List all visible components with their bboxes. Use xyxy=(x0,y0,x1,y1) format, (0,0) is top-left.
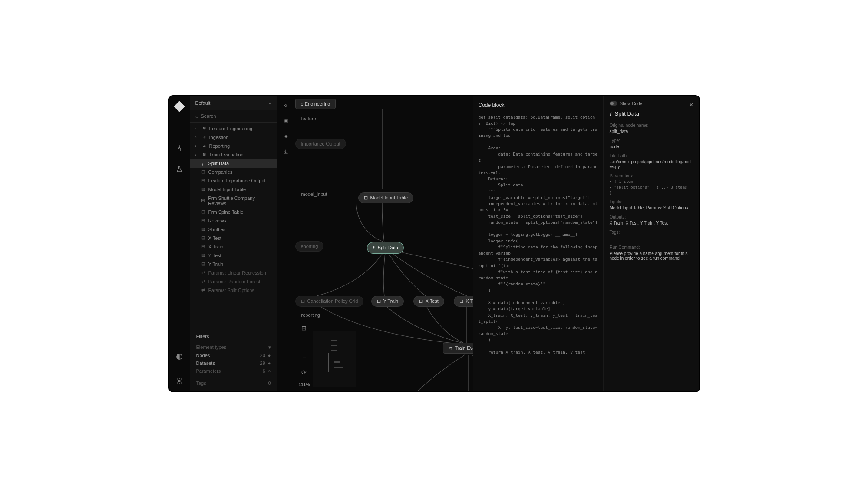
node-x-train[interactable]: ⊟X Trai xyxy=(454,296,473,307)
filter-row[interactable]: Datasets29● xyxy=(196,359,271,367)
database-icon: ⊟ xyxy=(377,298,381,304)
search-input[interactable] xyxy=(201,113,272,119)
close-icon[interactable]: ✕ xyxy=(689,101,694,108)
collapse-sidebar-icon[interactable]: « xyxy=(282,101,290,109)
node-importance[interactable]: Importance Output xyxy=(295,139,346,149)
node-y-train[interactable]: ⊟Y Train xyxy=(371,296,404,307)
code-panel-title: Code block xyxy=(479,102,598,108)
logo-icon[interactable] xyxy=(175,102,184,111)
filter-row[interactable]: Parameters6○ xyxy=(196,367,271,375)
flowchart-canvas[interactable]: e Engineering feature Importance Output … xyxy=(295,96,473,391)
zoom-label: 111% xyxy=(299,382,310,387)
tree: ›≋Feature Engineering ›≋Ingestion ›≋Repo… xyxy=(190,123,277,329)
show-code-label: Show Code xyxy=(620,101,643,106)
tree-icon[interactable] xyxy=(175,144,184,152)
function-icon: ƒ xyxy=(610,110,612,117)
search-box[interactable]: ⌕ xyxy=(190,110,277,123)
database-icon: ⊟ xyxy=(301,298,305,304)
flask-icon[interactable] xyxy=(175,165,184,173)
tree-group[interactable]: ›≋Ingestion xyxy=(190,133,277,142)
reset-icon[interactable]: ⟳ xyxy=(299,368,309,377)
mini-col: « ▣ ◈ xyxy=(277,96,295,391)
theme-icon[interactable] xyxy=(175,352,184,361)
tag-icon[interactable]: ▣ xyxy=(282,117,290,125)
canvas-tools: ⊞ + − ⟳ 111% xyxy=(299,323,310,387)
tree-group[interactable]: ›≋Feature Engineering xyxy=(190,124,277,133)
function-icon: ƒ xyxy=(373,245,375,251)
tree-node[interactable]: ⊟X Train xyxy=(190,242,277,251)
meta-title: ƒSplit Data xyxy=(610,110,693,117)
pipeline-selector[interactable]: Default ⌄ xyxy=(190,96,277,110)
tree-node[interactable]: ⊟Y Train xyxy=(190,260,277,268)
tree-node[interactable]: ⊟Feature Importance Output xyxy=(190,176,277,185)
pipeline-selector-label: Default xyxy=(195,100,211,106)
filter-tags: Tags0 xyxy=(196,379,271,387)
download-icon[interactable] xyxy=(282,148,290,156)
settings-icon[interactable] xyxy=(175,377,184,385)
minimap[interactable] xyxy=(313,331,356,387)
metadata-panel: ✕ Show Code ƒSplit Data Original node na… xyxy=(604,96,699,391)
nav-rail xyxy=(169,96,190,391)
node-reporting-pill[interactable]: eporting xyxy=(295,241,324,252)
filter-row[interactable]: Nodes20● xyxy=(196,351,271,359)
chevron-down-icon: ⌄ xyxy=(268,100,272,105)
tree-node[interactable]: ⊟Reviews xyxy=(190,216,277,225)
database-icon: ⊟ xyxy=(419,298,423,304)
node-split-data[interactable]: ƒSplit Data xyxy=(367,242,404,254)
cube-icon[interactable]: ◈ xyxy=(282,133,290,140)
code-panel: Code block def split_data(data: pd.DataF… xyxy=(473,96,604,391)
layers-icon: ≋ xyxy=(449,345,452,351)
map-icon[interactable]: ⊞ xyxy=(299,323,309,333)
filter-header: Element types–▾ xyxy=(196,343,271,351)
node-model-input-table[interactable]: ⊟Model Input Table xyxy=(358,192,414,203)
tree-group[interactable]: ›≋Train Evaluation xyxy=(190,150,277,159)
node-train-eval[interactable]: ≋Train Eval xyxy=(443,343,473,354)
tree-node[interactable]: ⇄Params: Linear Regression xyxy=(190,268,277,277)
tree-node[interactable]: ⊟Y Test xyxy=(190,251,277,260)
filters-panel: Filters Element types–▾ Nodes20● Dataset… xyxy=(190,329,277,391)
zoom-in-icon[interactable]: + xyxy=(299,338,309,348)
code-body: def split_data(data: pd.DataFrame, split… xyxy=(479,114,598,356)
tree-node[interactable]: ⇄Params: Split Options xyxy=(190,286,277,295)
tree-node[interactable]: ⊟Companies xyxy=(190,168,277,176)
filters-title: Filters xyxy=(196,334,271,339)
show-code-toggle[interactable] xyxy=(610,101,617,106)
tree-group[interactable]: ›≋Reporting xyxy=(190,142,277,150)
database-icon: ⊟ xyxy=(459,298,463,304)
node-engineering[interactable]: e Engineering xyxy=(295,99,336,109)
node-feature-label: feature xyxy=(301,116,316,121)
tree-node[interactable]: ⊟Shuttles xyxy=(190,225,277,234)
tree-node[interactable]: ⊟X Test xyxy=(190,234,277,242)
tree-node[interactable]: ⊟Model Input Table xyxy=(190,185,277,194)
database-icon: ⊟ xyxy=(364,195,368,201)
zoom-out-icon[interactable]: − xyxy=(299,353,309,362)
tree-node[interactable]: ⇄Params: Random Forest xyxy=(190,277,277,286)
search-icon: ⌕ xyxy=(195,113,198,119)
node-cancel-policy[interactable]: ⊟Cancellation Policy Grid xyxy=(295,296,364,307)
node-reporting-label: reporting xyxy=(301,312,320,318)
sidebar: Default ⌄ ⌕ ›≋Feature Engineering ›≋Inge… xyxy=(190,96,277,391)
tree-node[interactable]: ⊟Prm Spine Table xyxy=(190,208,277,216)
node-model-input-label: model_input xyxy=(301,192,327,197)
tree-node[interactable]: ⊟Prm Shuttle Company Reviews xyxy=(190,194,277,208)
node-x-test[interactable]: ⊟X Test xyxy=(413,296,444,307)
svg-point-1 xyxy=(178,380,180,382)
tree-node-split-data[interactable]: ƒSplit Data xyxy=(190,159,277,168)
